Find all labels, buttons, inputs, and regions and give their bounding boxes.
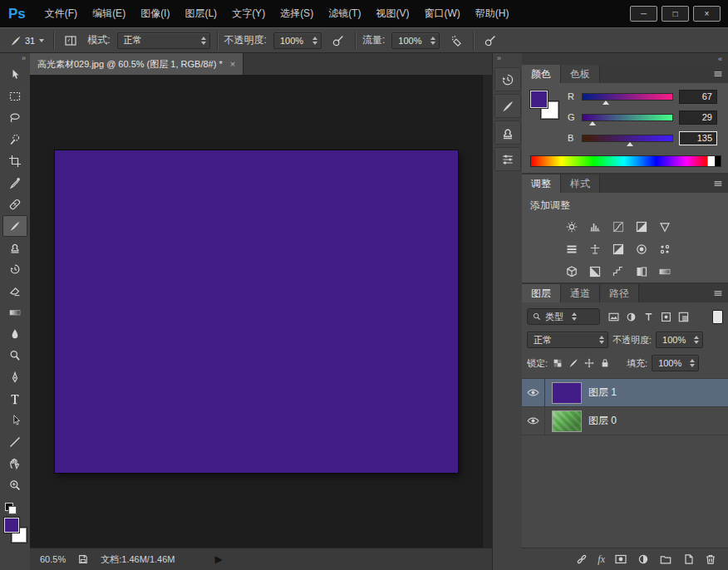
layer-filtering-toggle[interactable] <box>712 310 723 324</box>
adjustment-color-balance-button[interactable] <box>583 238 606 259</box>
panel-foreground-swatch[interactable] <box>530 91 548 108</box>
layer-effects-button[interactable]: fx <box>598 553 605 566</box>
properties-panel-button[interactable] <box>494 147 521 171</box>
blend-mode-select[interactable]: 正常 <box>117 32 210 49</box>
airbrush-button[interactable] <box>446 32 466 50</box>
tool-pen-button[interactable] <box>2 366 27 388</box>
document-tab[interactable]: 高光素材029.jpg @ 60.5% (图层 1, RGB/8#) * × <box>30 53 243 75</box>
tool-clone-stamp-button[interactable] <box>2 237 27 258</box>
tool-zoom-button[interactable] <box>2 474 27 496</box>
brush-preset-picker[interactable]: 31 <box>7 33 47 48</box>
adjustment-photo-filter-button[interactable] <box>630 238 652 259</box>
lock-position-button[interactable] <box>583 357 595 369</box>
filter-shape-layers-button[interactable] <box>660 311 672 323</box>
layer-filter-type-select[interactable]: 类型 <box>527 308 600 325</box>
tab-channels[interactable]: 通道 <box>561 284 600 302</box>
layer-row-0[interactable]: 图层 0 <box>522 407 728 435</box>
adjustment-hue-saturation-button[interactable] <box>560 238 583 259</box>
filter-pixel-layers-button[interactable] <box>607 311 620 323</box>
brush-settings-panel-button[interactable] <box>494 94 521 118</box>
tool-hand-button[interactable] <box>2 453 27 474</box>
tool-eyedropper-button[interactable] <box>2 172 27 194</box>
vertical-scrollbar[interactable] <box>482 75 492 548</box>
tool-lasso-button[interactable] <box>2 107 27 129</box>
status-menu-arrow-icon[interactable]: ▶ <box>214 553 222 565</box>
layers-panel-menu-button[interactable] <box>712 284 728 302</box>
color-panel-menu-button[interactable] <box>712 65 728 83</box>
tool-path-selection-button[interactable] <box>2 410 27 431</box>
adjustment-threshold-button[interactable] <box>630 261 652 282</box>
layer-0-visibility-toggle[interactable] <box>522 407 545 435</box>
layer-row-1[interactable]: 图层 1 <box>522 379 728 407</box>
tool-brush-button[interactable] <box>2 215 27 237</box>
tab-styles[interactable]: 样式 <box>561 174 600 193</box>
add-layer-mask-button[interactable] <box>614 553 627 566</box>
menu-type[interactable]: 文字(Y) <box>224 2 273 25</box>
adjustment-black-white-button[interactable] <box>607 238 629 259</box>
layer-1-name[interactable]: 图层 1 <box>588 386 617 400</box>
canvas-viewport[interactable] <box>30 75 492 548</box>
close-button[interactable]: × <box>693 6 721 22</box>
tool-blur-button[interactable] <box>2 323 27 345</box>
adjustment-color-lookup-button[interactable] <box>560 261 583 282</box>
layer-1-visibility-toggle[interactable] <box>522 379 545 406</box>
zoom-level-field[interactable]: 60.5% <box>40 554 66 564</box>
layer-0-name[interactable]: 图层 0 <box>588 414 617 428</box>
tool-move-button[interactable] <box>2 64 27 86</box>
tool-type-button[interactable] <box>2 388 27 410</box>
tool-gradient-button[interactable] <box>2 302 27 323</box>
link-layers-button[interactable] <box>575 553 588 566</box>
menu-select[interactable]: 选择(S) <box>273 2 321 25</box>
tool-history-brush-button[interactable] <box>2 258 27 280</box>
tool-line-button[interactable] <box>2 431 27 453</box>
green-value-field[interactable]: 29 <box>679 111 717 125</box>
red-slider[interactable] <box>582 93 673 101</box>
pressure-size-button[interactable] <box>480 32 500 50</box>
filter-adjustment-layers-button[interactable] <box>625 311 637 323</box>
layer-0-thumbnail[interactable] <box>552 410 582 432</box>
tab-adjustments[interactable]: 调整 <box>522 174 561 193</box>
canvas-image[interactable] <box>55 150 458 473</box>
menu-view[interactable]: 视图(V) <box>368 2 416 25</box>
tool-dodge-button[interactable] <box>2 345 27 366</box>
default-colors-icon[interactable] <box>5 503 17 514</box>
tool-spot-healing-button[interactable] <box>2 194 27 215</box>
menu-image[interactable]: 图像(I) <box>133 2 177 25</box>
delete-layer-button[interactable] <box>704 553 717 566</box>
tab-paths[interactable]: 路径 <box>600 284 639 302</box>
adjustment-invert-button[interactable] <box>583 261 606 282</box>
adjustment-brightness-contrast-button[interactable] <box>560 216 583 237</box>
menu-filter[interactable]: 滤镜(T) <box>321 2 368 25</box>
filter-type-layers-button[interactable] <box>642 311 655 323</box>
adjustments-panel-menu-button[interactable] <box>712 174 728 193</box>
layer-blend-mode-select[interactable]: 正常 <box>527 332 608 348</box>
tool-crop-button[interactable] <box>2 150 27 172</box>
menu-help[interactable]: 帮助(H) <box>468 2 517 25</box>
lock-all-button[interactable] <box>599 357 611 369</box>
adjustment-levels-button[interactable] <box>583 216 606 237</box>
new-adjustment-layer-button[interactable] <box>637 553 650 566</box>
adjustment-posterize-button[interactable] <box>607 261 629 282</box>
tab-close-icon[interactable]: × <box>230 59 235 69</box>
flow-select[interactable]: 100% <box>391 32 440 49</box>
adjustment-channel-mixer-button[interactable] <box>653 238 676 259</box>
foreground-color-swatch[interactable] <box>4 518 19 533</box>
collapse-dock-icon[interactable]: « <box>718 55 722 63</box>
green-slider-thumb-icon[interactable] <box>589 121 596 125</box>
color-spectrum-ramp[interactable] <box>530 155 721 167</box>
filter-smart-objects-button[interactable] <box>677 311 690 323</box>
tab-layers[interactable]: 图层 <box>522 284 561 302</box>
adjustment-exposure-button[interactable] <box>630 216 652 237</box>
layer-1-thumbnail[interactable] <box>552 382 582 404</box>
tab-color[interactable]: 颜色 <box>522 65 561 83</box>
maximize-button[interactable]: □ <box>662 6 689 22</box>
blue-slider[interactable] <box>582 135 673 142</box>
menu-window[interactable]: 窗口(W) <box>416 2 467 25</box>
opacity-select[interactable]: 100% <box>273 32 322 49</box>
pressure-opacity-button[interactable] <box>328 32 348 50</box>
history-panel-button[interactable] <box>494 67 521 91</box>
new-layer-button[interactable] <box>681 553 695 566</box>
new-group-button[interactable] <box>659 553 672 566</box>
minimize-button[interactable]: ─ <box>630 6 657 22</box>
menu-edit[interactable]: 编辑(E) <box>85 2 133 25</box>
